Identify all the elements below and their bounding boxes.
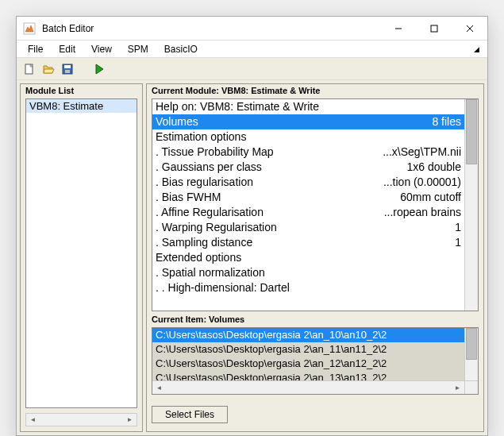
file-path-row[interactable]: C:\Users\tasos\Desktop\ergasia 2\an_12\a… <box>152 357 464 371</box>
svg-rect-8 <box>65 70 70 73</box>
toolbar <box>17 58 487 80</box>
file-path-row[interactable]: C:\Users\tasos\Desktop\ergasia 2\an_11\a… <box>152 342 464 357</box>
open-folder-icon <box>42 63 55 75</box>
module-list-hscrollbar[interactable]: ◄ ► <box>25 413 137 426</box>
scroll-left-icon[interactable]: ◄ <box>152 382 166 394</box>
parameter-label: Estimation options <box>156 129 455 145</box>
parameter-row[interactable]: . Warping Regularisation1 <box>152 220 464 235</box>
close-button[interactable] <box>452 17 487 41</box>
parameter-row[interactable]: Volumes8 files <box>152 114 464 129</box>
current-module-panel: Current Module: VBM8: Estimate & Write H… <box>146 83 484 432</box>
new-file-button[interactable] <box>21 61 37 77</box>
parameter-row[interactable]: . Bias FWHM60mm cutoff <box>152 190 464 205</box>
scrollbar-thumb[interactable] <box>466 328 477 360</box>
parameter-row[interactable]: Extended options <box>152 250 464 265</box>
svg-rect-2 <box>431 25 437 32</box>
menu-edit[interactable]: Edit <box>51 42 83 56</box>
parameter-value <box>455 250 461 265</box>
parameter-row[interactable]: . Spatial normalization <box>152 265 464 280</box>
parameter-value: ...x\Seg\TPM.nii <box>376 145 461 160</box>
run-icon <box>93 63 106 75</box>
parameter-value: ...tion (0.00001) <box>377 175 461 190</box>
parameter-value: 1 <box>448 235 461 250</box>
parameter-label: . . High-dimensional: Dartel <box>156 280 455 295</box>
window-controls <box>380 17 487 41</box>
file-path-row[interactable]: C:\Users\tasos\Desktop\ergasia 2\an_13\a… <box>152 371 464 380</box>
parameter-label: . Bias regularisation <box>156 175 377 190</box>
parameter-label: . Spatial normalization <box>156 265 455 280</box>
parameter-label: Volumes <box>156 114 425 129</box>
parameter-label: . Warping Regularisation <box>156 220 448 235</box>
parameter-row[interactable]: . Bias regularisation...tion (0.00001) <box>152 175 464 190</box>
parameter-row[interactable]: . . High-dimensional: Dartel <box>152 280 464 295</box>
parameter-value <box>455 129 461 145</box>
menu-overflow-icon[interactable]: ◢ <box>474 45 484 53</box>
parameter-value: ...ropean brains <box>378 205 461 220</box>
item-list-vscrollbar[interactable] <box>464 328 478 380</box>
parameter-label: . Affine Regularisation <box>156 205 378 220</box>
parameter-label: . Bias FWHM <box>156 190 394 205</box>
parameter-value <box>455 99 461 114</box>
scrollbar-thumb[interactable] <box>466 99 477 164</box>
menu-spm[interactable]: SPM <box>120 42 156 56</box>
scrollbar-corner <box>464 380 478 394</box>
menubar: File Edit View SPM BasicIO ◢ <box>17 41 487 58</box>
scroll-right-icon[interactable]: ► <box>451 382 464 394</box>
save-button[interactable] <box>60 61 75 77</box>
module-list-panel: Module List VBM8: Estimate ◄ ► <box>20 83 143 432</box>
parameter-row[interactable]: Help on: VBM8: Estimate & Write <box>152 99 464 114</box>
parameter-value <box>455 280 461 295</box>
parameter-row[interactable]: Estimation options <box>152 129 464 145</box>
content-area: Module List VBM8: Estimate ◄ ► Current M… <box>17 80 487 435</box>
parameter-row[interactable]: . Gaussians per class1x6 double <box>152 160 464 175</box>
scroll-left-icon[interactable]: ◄ <box>26 414 40 426</box>
parameter-value: 1 <box>448 220 461 235</box>
select-files-button[interactable]: Select Files <box>152 406 228 423</box>
svg-rect-0 <box>24 23 35 34</box>
batch-editor-window: Batch Editor File Edit View SPM BasicIO … <box>16 16 488 436</box>
menu-basicio[interactable]: BasicIO <box>156 42 206 56</box>
open-file-button[interactable] <box>40 61 56 77</box>
parameter-label: Extended options <box>156 250 455 265</box>
window-title: Batch Editor <box>42 23 380 34</box>
save-icon <box>61 63 74 75</box>
parameter-list-vscrollbar[interactable] <box>464 99 478 311</box>
parameter-value: 60mm cutoff <box>394 190 461 205</box>
parameter-value: 8 files <box>425 114 461 129</box>
parameter-value <box>455 265 461 280</box>
item-list[interactable]: C:\Users\tasos\Desktop\ergasia 2\an_10\a… <box>152 327 479 395</box>
parameter-list[interactable]: Help on: VBM8: Estimate & WriteVolumes8 … <box>152 98 479 311</box>
menu-file[interactable]: File <box>20 42 51 56</box>
svg-rect-7 <box>64 65 71 68</box>
new-file-icon <box>23 63 36 75</box>
parameter-label: . Tissue Probability Map <box>156 145 376 160</box>
item-list-hscrollbar[interactable]: ◄ ► <box>152 380 464 394</box>
parameter-value: 1x6 double <box>400 160 461 175</box>
titlebar: Batch Editor <box>17 17 487 41</box>
parameter-row[interactable]: . Affine Regularisation...ropean brains <box>152 205 464 220</box>
minimize-button[interactable] <box>380 17 416 41</box>
current-item-title: Current Item: Volumes <box>147 313 483 326</box>
file-path-row[interactable]: C:\Users\tasos\Desktop\ergasia 2\an_10\a… <box>152 328 464 342</box>
module-list-title: Module List <box>21 84 142 97</box>
run-button[interactable] <box>91 61 107 77</box>
maximize-button[interactable] <box>416 17 452 41</box>
module-list[interactable]: VBM8: Estimate <box>25 98 137 408</box>
menu-view[interactable]: View <box>83 42 120 56</box>
app-icon <box>23 22 36 35</box>
module-list-item[interactable]: VBM8: Estimate <box>26 99 137 113</box>
scroll-right-icon[interactable]: ► <box>123 414 137 426</box>
current-module-title: Current Module: VBM8: Estimate & Write <box>147 84 483 97</box>
parameter-label: Help on: VBM8: Estimate & Write <box>156 99 455 114</box>
parameter-row[interactable]: . Tissue Probability Map...x\Seg\TPM.nii <box>152 145 464 160</box>
parameter-label: . Gaussians per class <box>156 160 400 175</box>
parameter-row[interactable]: . Sampling distance1 <box>152 235 464 250</box>
parameter-label: . Sampling distance <box>156 235 448 250</box>
